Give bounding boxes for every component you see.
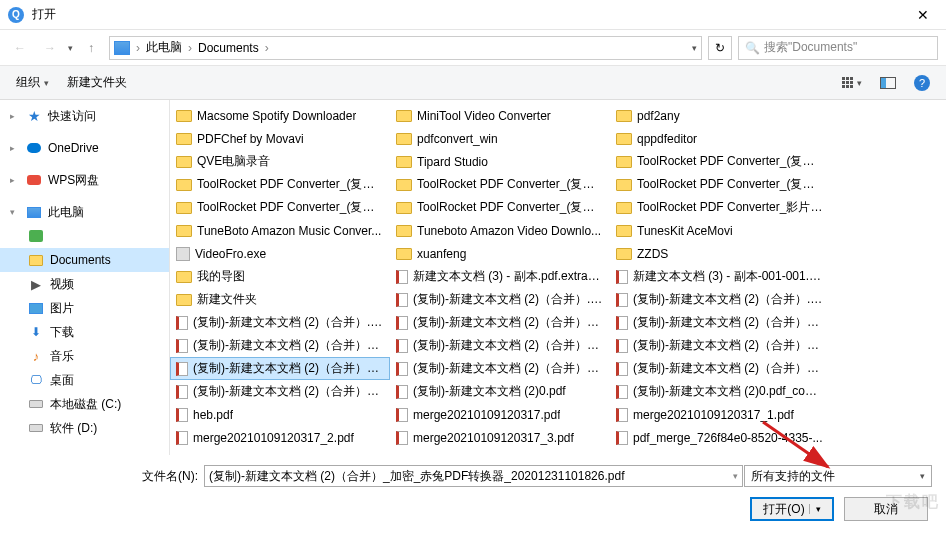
file-item[interactable]: ToolRocket PDF Converter_(复制)... xyxy=(610,150,830,173)
file-item[interactable]: pdf2any xyxy=(610,104,830,127)
file-item[interactable]: 新建文本文档 (3) - 副本.pdf.extract... xyxy=(390,265,610,288)
file-item[interactable]: pdf_merge_726f84e0-8520-4335-... xyxy=(610,426,830,449)
view-mode-button[interactable]: ▾ xyxy=(842,77,862,88)
breadcrumb-seg1[interactable]: 此电脑 xyxy=(146,39,182,56)
sidebar-label: 此电脑 xyxy=(48,204,84,221)
pdf-icon xyxy=(176,339,188,353)
file-item[interactable]: (复制)-新建文本文档 (2)0.pdf xyxy=(390,380,610,403)
sidebar-item-documents[interactable]: Documents xyxy=(0,248,169,272)
file-item[interactable]: ToolRocket PDF Converter_(复制)... xyxy=(390,196,610,219)
file-item[interactable]: xuanfeng xyxy=(390,242,610,265)
file-item[interactable]: VideoFro.exe xyxy=(170,242,390,265)
nav-up[interactable]: ↑ xyxy=(79,36,103,60)
file-item[interactable]: ToolRocket PDF Converter_(复制)... xyxy=(390,173,610,196)
app-icon: Q xyxy=(8,7,24,23)
file-item[interactable]: ToolRocket PDF Converter_影片_s... xyxy=(610,196,830,219)
file-item[interactable]: Tipard Studio xyxy=(390,150,610,173)
folder-icon xyxy=(176,294,192,306)
pdf-icon xyxy=(176,431,188,445)
file-label: ToolRocket PDF Converter_(复制)... xyxy=(197,176,384,193)
folder-icon xyxy=(396,202,412,214)
sidebar-item-video[interactable]: ▶视频 xyxy=(0,272,169,296)
new-folder-button[interactable]: 新建文件夹 xyxy=(67,74,127,91)
sidebar-label: 下载 xyxy=(50,324,74,341)
sidebar-item-wps[interactable]: ▸WPS网盘 xyxy=(0,168,169,192)
filename-input[interactable] xyxy=(204,465,743,487)
sidebar-item-downloads[interactable]: ⬇下载 xyxy=(0,320,169,344)
file-label: Macsome Spotify Downloader xyxy=(197,109,356,123)
file-item[interactable]: heb.pdf xyxy=(170,403,390,426)
filetype-select[interactable]: 所有支持的文件 ▾ xyxy=(744,465,932,487)
file-label: (复制)-新建文本文档 (2)（合并）_加... xyxy=(413,337,604,354)
nav-forward[interactable]: → xyxy=(38,36,62,60)
sidebar-item-onedrive[interactable]: ▸OneDrive xyxy=(0,136,169,160)
breadcrumb-seg2[interactable]: Documents xyxy=(198,41,259,55)
file-item[interactable]: (复制)-新建文本文档 (2)（合并）_已... xyxy=(170,380,390,403)
organize-menu[interactable]: 组织 ▾ xyxy=(16,74,49,91)
file-item[interactable]: 新建文件夹 xyxy=(170,288,390,311)
file-item[interactable]: ToolRocket PDF Converter_(复制)... xyxy=(170,196,390,219)
sidebar-item-diskd[interactable]: 软件 (D:) xyxy=(0,416,169,440)
file-item[interactable]: ZZDS xyxy=(610,242,830,265)
pdf-icon xyxy=(176,408,188,422)
file-item[interactable]: TunesKit AceMovi xyxy=(610,219,830,242)
file-label: merge20210109120317_1.pdf xyxy=(633,408,794,422)
address-bar[interactable]: › 此电脑 › Documents › ▾ xyxy=(109,36,702,60)
cloud-icon xyxy=(26,141,42,155)
file-item[interactable]: merge20210109120317_1.pdf xyxy=(610,403,830,426)
file-item[interactable]: Macsome Spotify Downloader xyxy=(170,104,390,127)
file-item[interactable]: (复制)-新建文本文档 (2)（合并）.pdf xyxy=(390,288,610,311)
file-item[interactable]: (复制)-新建文本文档 (2)0.pdf_com... xyxy=(610,380,830,403)
address-dropdown[interactable]: ▾ xyxy=(692,43,697,53)
preview-pane-button[interactable] xyxy=(880,77,896,89)
file-item[interactable]: TuneBoto Amazon Music Conver... xyxy=(170,219,390,242)
file-item[interactable]: (复制)-新建文本文档 (2)（合并）_加... xyxy=(390,357,610,380)
file-item[interactable]: MiniTool Video Converter xyxy=(390,104,610,127)
sidebar-item-quick[interactable]: ▸★快速访问 xyxy=(0,104,169,128)
nav-back[interactable]: ← xyxy=(8,36,32,60)
sidebar-item-green[interactable] xyxy=(0,224,169,248)
sidebar-item-diskc[interactable]: 本地磁盘 (C:) xyxy=(0,392,169,416)
refresh-button[interactable]: ↻ xyxy=(708,36,732,60)
file-item[interactable]: (复制)-新建文本文档 (2)（合并）_加... xyxy=(170,334,390,357)
file-item[interactable]: merge20210109120317_3.pdf xyxy=(390,426,610,449)
file-item[interactable]: (复制)-新建文本文档 (2)（合并）_已... xyxy=(610,357,830,380)
file-label: TunesKit AceMovi xyxy=(637,224,733,238)
file-item[interactable]: merge20210109120317.pdf xyxy=(390,403,610,426)
open-button[interactable]: 打开(O) ▾ xyxy=(750,497,834,521)
sidebar-item-thispc[interactable]: ▾此电脑 xyxy=(0,200,169,224)
file-item[interactable]: pdfconvert_win xyxy=(390,127,610,150)
file-item[interactable]: (复制)-新建文本文档 (2)（合并）.p... xyxy=(170,311,390,334)
file-item[interactable]: Tuneboto Amazon Video Downlo... xyxy=(390,219,610,242)
pdf-icon xyxy=(396,316,408,330)
file-label: merge20210109120317_3.pdf xyxy=(413,431,574,445)
file-item[interactable]: QVE电脑录音 xyxy=(170,150,390,173)
sidebar-item-music[interactable]: ♪音乐 xyxy=(0,344,169,368)
file-item[interactable]: qppdfeditor xyxy=(610,127,830,150)
file-item[interactable]: (复制)-新建文本文档 (2)（合并）.p... xyxy=(610,288,830,311)
file-item[interactable]: PDFChef by Movavi xyxy=(170,127,390,150)
file-item[interactable]: ToolRocket PDF Converter_(复制)... xyxy=(170,173,390,196)
file-item[interactable]: (复制)-新建文本文档 (2)（合并）_加... xyxy=(390,334,610,357)
file-item[interactable]: 我的导图 xyxy=(170,265,390,288)
search-input[interactable]: 🔍 搜索"Documents" xyxy=(738,36,938,60)
file-label: (复制)-新建文本文档 (2)（合并）_c... xyxy=(633,314,824,331)
nav-history[interactable]: ▾ xyxy=(68,43,73,53)
close-button[interactable]: ✕ xyxy=(908,0,938,30)
sidebar-label: 图片 xyxy=(50,300,74,317)
file-item[interactable]: (复制)-新建文本文档 (2)（合并）_1... xyxy=(390,311,610,334)
sidebar-item-desktop[interactable]: 🖵桌面 xyxy=(0,368,169,392)
sidebar-label: WPS网盘 xyxy=(48,172,99,189)
pictures-icon xyxy=(28,301,44,315)
file-item[interactable]: merge20210109120317_2.pdf xyxy=(170,426,390,449)
help-button[interactable]: ? xyxy=(914,75,930,91)
folder-icon xyxy=(396,110,412,122)
file-item[interactable]: 新建文本文档 (3) - 副本-001-001.p... xyxy=(610,265,830,288)
file-item[interactable]: ToolRocket PDF Converter_(复制)... xyxy=(610,173,830,196)
sidebar-item-pictures[interactable]: 图片 xyxy=(0,296,169,320)
sidebar-label: 音乐 xyxy=(50,348,74,365)
file-item[interactable]: (复制)-新建文本文档 (2)（合并）_c... xyxy=(610,311,830,334)
file-label: (复制)-新建文本文档 (2)（合并）_已... xyxy=(193,383,384,400)
file-item[interactable]: (复制)-新建文本文档 (2)（合并）_加... xyxy=(170,357,390,380)
file-item[interactable]: (复制)-新建文本文档 (2)（合并）_加... xyxy=(610,334,830,357)
